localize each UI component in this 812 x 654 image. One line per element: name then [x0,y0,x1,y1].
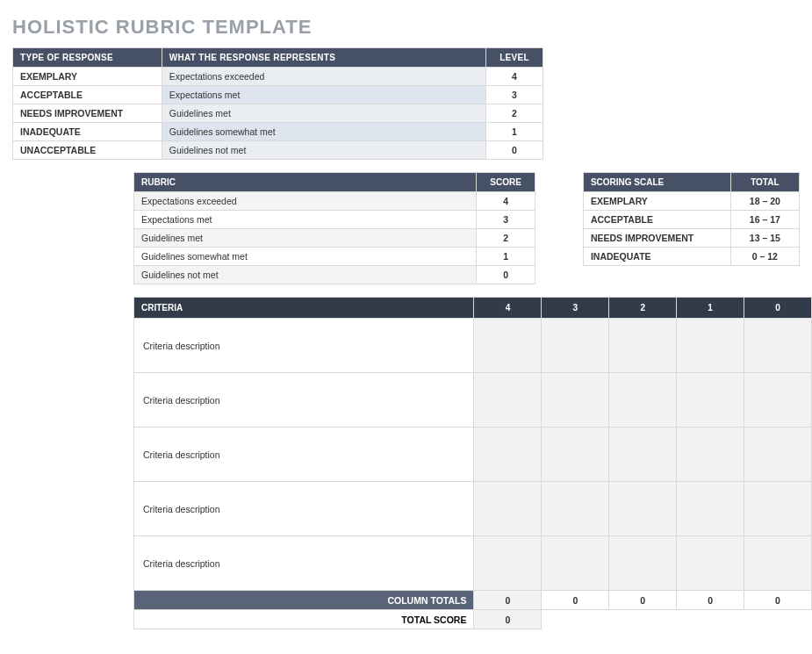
criteria-score-cell[interactable] [677,319,744,373]
criteria-score-cell[interactable] [744,536,812,591]
table-row: Expectations exceeded 4 [134,192,535,211]
score-cell: 1 [477,248,535,266]
table-row: EXEMPLARY Expectations exceeded 4 [13,68,543,86]
criteria-score-cell[interactable] [609,536,677,591]
score-cell: 0 [477,266,535,284]
criteria-desc[interactable]: Criteria description [134,428,474,482]
table-row: INADEQUATE Guidelines somewhat met 1 [13,123,543,141]
criteria-desc[interactable]: Criteria description [134,373,474,428]
criteria-row: Criteria description [134,319,812,373]
column-total-cell: 0 [474,591,542,610]
criteria-score-cell[interactable] [744,373,812,428]
rubric-cell: Guidelines met [134,229,477,248]
scale-name-cell: NEEDS IMPROVEMENT [583,229,730,248]
type-cell: NEEDS IMPROVEMENT [13,104,162,123]
criteria-score-cell[interactable] [474,319,542,373]
col2-header: 2 [609,298,677,319]
criteria-score-cell[interactable] [609,319,677,373]
criteria-score-cell[interactable] [609,428,677,482]
criteria-desc[interactable]: Criteria description [134,482,474,536]
rubric-table: RUBRIC SCORE Expectations exceeded 4 Exp… [133,172,535,284]
rep-cell: Guidelines somewhat met [162,123,485,141]
table-row: INADEQUATE 0 – 12 [583,248,799,266]
rep-cell: Expectations met [162,86,485,104]
type-cell: EXEMPLARY [13,68,162,86]
level-cell: 4 [486,68,543,86]
col4-header: 4 [474,298,542,319]
type-of-response-table: TYPE OF RESPONSE WHAT THE RESPONSE REPRE… [12,47,543,160]
criteria-header: CRITERIA [134,298,474,319]
scoring-scale-table: SCORING SCALE TOTAL EXEMPLARY 18 – 20 AC… [583,172,800,266]
criteria-desc[interactable]: Criteria description [134,536,474,591]
rep-cell: Guidelines met [162,104,485,123]
type-cell: ACCEPTABLE [13,86,162,104]
column-totals-row: COLUMN TOTALS 0 0 0 0 0 [134,591,812,610]
total-header: TOTAL [730,173,799,192]
table-row: NEEDS IMPROVEMENT Guidelines met 2 [13,104,543,123]
scale-total-cell: 13 – 15 [730,229,799,248]
criteria-score-cell[interactable] [677,482,744,536]
criteria-score-cell[interactable] [609,373,677,428]
empty-cell [744,610,812,629]
criteria-score-cell[interactable] [677,536,744,591]
scale-name-cell: EXEMPLARY [583,192,730,211]
total-score-row: TOTAL SCORE 0 [134,610,812,629]
rubric-header: RUBRIC [134,173,477,192]
total-score-cell: 0 [474,610,542,629]
rep-cell: Expectations exceeded [162,68,485,86]
col0-header: 0 [744,298,812,319]
criteria-score-cell[interactable] [474,482,542,536]
criteria-table: CRITERIA 4 3 2 1 0 Criteria description … [133,297,812,629]
type-header: TYPE OF RESPONSE [13,48,162,68]
table-row: NEEDS IMPROVEMENT 13 – 15 [583,229,799,248]
scale-header: SCORING SCALE [583,173,730,192]
score-cell: 2 [477,229,535,248]
criteria-row: Criteria description [134,536,812,591]
represents-header: WHAT THE RESPONSE REPRESENTS [162,48,485,68]
criteria-score-cell[interactable] [474,536,542,591]
empty-cell [542,610,609,629]
criteria-score-cell[interactable] [744,319,812,373]
table-row: EXEMPLARY 18 – 20 [583,192,799,211]
column-total-cell: 0 [744,591,812,610]
table-row: UNACCEPTABLE Guidelines not met 0 [13,141,543,160]
column-total-cell: 0 [542,591,609,610]
page-title: HOLISTIC RUBRIC TEMPLATE [12,16,800,39]
criteria-row: Criteria description [134,482,812,536]
rubric-cell: Expectations exceeded [134,192,477,211]
score-header: SCORE [477,173,535,192]
table-row: Guidelines met 2 [134,229,535,248]
criteria-score-cell[interactable] [609,482,677,536]
level-cell: 2 [486,104,543,123]
criteria-score-cell[interactable] [542,319,609,373]
level-cell: 0 [486,141,543,160]
score-cell: 4 [477,192,535,211]
criteria-score-cell[interactable] [474,428,542,482]
column-total-cell: 0 [609,591,677,610]
criteria-score-cell[interactable] [677,373,744,428]
scale-name-cell: INADEQUATE [583,248,730,266]
criteria-score-cell[interactable] [542,428,609,482]
scale-name-cell: ACCEPTABLE [583,211,730,229]
criteria-score-cell[interactable] [474,373,542,428]
criteria-score-cell[interactable] [744,428,812,482]
criteria-row: Criteria description [134,428,812,482]
criteria-score-cell[interactable] [542,482,609,536]
criteria-desc[interactable]: Criteria description [134,319,474,373]
table-row: Guidelines not met 0 [134,266,535,284]
type-cell: UNACCEPTABLE [13,141,162,160]
criteria-score-cell[interactable] [677,428,744,482]
level-cell: 1 [486,123,543,141]
criteria-score-cell[interactable] [744,482,812,536]
rep-cell: Guidelines not met [162,141,485,160]
col1-header: 1 [677,298,744,319]
criteria-score-cell[interactable] [542,536,609,591]
col3-header: 3 [542,298,609,319]
table-row: ACCEPTABLE Expectations met 3 [13,86,543,104]
table-row: Guidelines somewhat met 1 [134,248,535,266]
rubric-cell: Expectations met [134,211,477,229]
criteria-score-cell[interactable] [542,373,609,428]
score-cell: 3 [477,211,535,229]
column-total-cell: 0 [677,591,744,610]
scale-total-cell: 18 – 20 [730,192,799,211]
